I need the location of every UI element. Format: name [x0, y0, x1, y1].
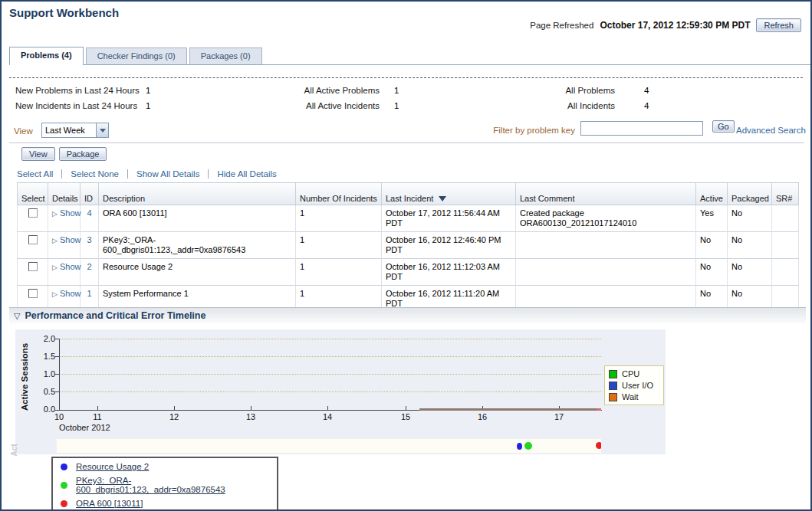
show-details-link[interactable]: Show: [60, 289, 81, 298]
y-tick-label: 1.0: [32, 369, 55, 378]
overview-marker-dot-green[interactable]: [524, 442, 532, 450]
problem-legend-box: Resource Usage 2 PKey3:_ORA-600_dbgris01…: [51, 457, 278, 511]
gridline: [61, 391, 601, 392]
x-tick-mark: [251, 406, 251, 410]
last-incident-cell: October 16, 2012 11:12:03 AM PDT: [382, 259, 516, 286]
expand-arrow-icon[interactable]: ▷: [52, 290, 58, 298]
col-header-active[interactable]: Active: [696, 183, 728, 205]
problem-link-resource-usage[interactable]: Resource Usage 2: [76, 462, 149, 471]
x-tick-label: 12: [165, 412, 183, 421]
row-checkbox[interactable]: [28, 262, 38, 271]
col-header-sr[interactable]: SR#: [772, 183, 799, 205]
col-header-id[interactable]: ID: [81, 183, 99, 205]
table-header-row: Select Details ID Description Number Of …: [17, 182, 799, 205]
tab-checker-findings[interactable]: Checker Findings (0): [86, 47, 187, 64]
col-header-last-incident[interactable]: Last Incident: [382, 183, 516, 205]
package-button[interactable]: Package: [59, 147, 107, 161]
page-title: Support Workbench: [9, 6, 119, 19]
active-flag: No: [696, 232, 728, 259]
table-row: ▷Show 4 ORA 600 [13011] 1 October 17, 20…: [17, 205, 799, 232]
stat-all-incidents-value: 4: [644, 101, 649, 110]
incident-count: 1: [296, 259, 382, 286]
stat-active-incidents-value: 1: [394, 101, 399, 110]
y-tick-mark: [55, 356, 59, 357]
col-header-select[interactable]: Select: [17, 183, 48, 205]
col-header-last-comment[interactable]: Last Comment: [516, 183, 696, 205]
refresh-button[interactable]: Refresh: [756, 18, 801, 32]
timeline-overview-strip[interactable]: [57, 439, 601, 453]
col-header-description[interactable]: Description: [99, 183, 296, 205]
stat-active-incidents-label: All Active Incidents: [224, 101, 380, 110]
row-checkbox[interactable]: [28, 235, 38, 244]
view-button[interactable]: View: [21, 147, 55, 161]
problem-id-link[interactable]: 1: [87, 289, 91, 298]
x-tick-label: 15: [396, 412, 415, 421]
row-checkbox[interactable]: [28, 289, 38, 298]
problem-id-link[interactable]: 3: [87, 235, 91, 244]
overview-marker-dot-red[interactable]: [596, 442, 601, 449]
stat-new-incidents-label: New Incidents in Last 24 Hours: [15, 101, 137, 110]
x-tick-mark: [406, 406, 406, 410]
show-all-details-link[interactable]: Show All Details: [127, 169, 199, 179]
x-axis-title: October 2012: [59, 423, 110, 432]
user-io-swatch: [609, 382, 617, 390]
go-button[interactable]: Go: [712, 120, 735, 133]
col-header-packaged[interactable]: Packaged: [728, 183, 772, 205]
problem-key-filter-input[interactable]: [580, 121, 703, 136]
y-tick-label: 0.5: [32, 387, 55, 396]
x-tick-label: 10: [50, 412, 68, 421]
overview-marker-dot-blue[interactable]: [517, 443, 522, 450]
expand-arrow-icon[interactable]: ▷: [52, 237, 58, 244]
view-label: View: [14, 126, 33, 136]
gridline: [61, 339, 601, 339]
gridline: [61, 374, 601, 375]
problem-id-link[interactable]: 2: [87, 262, 91, 271]
stat-new-problems-value: 1: [146, 86, 150, 95]
problem-link-ora-600-13011[interactable]: ORA 600 [13011]: [76, 499, 143, 508]
expand-arrow-icon[interactable]: ▷: [52, 210, 58, 218]
select-all-link[interactable]: Select All: [17, 169, 53, 179]
row-checkbox[interactable]: [28, 208, 38, 218]
collapse-triangle-icon[interactable]: ▽: [14, 311, 20, 321]
tab-bar: Problems (4) Checker Findings (0) Packag…: [9, 44, 810, 65]
select-none-link[interactable]: Select None: [61, 169, 119, 179]
x-tick-label: 17: [550, 412, 568, 421]
timeline-section-title: Performance and Critical Error Timeline: [25, 310, 205, 321]
advanced-search-link[interactable]: Advanced Search: [736, 126, 806, 135]
hide-all-details-link[interactable]: Hide All Details: [208, 169, 276, 179]
legend-item-user-io: User I/O: [609, 381, 659, 390]
stat-active-problems-value: 1: [394, 86, 399, 95]
show-details-link[interactable]: Show: [60, 262, 81, 271]
view-select-value: Last Week: [42, 126, 96, 135]
tab-packages[interactable]: Packages (0): [189, 47, 262, 64]
y-tick-mark: [55, 410, 59, 411]
sr-number: [772, 205, 799, 232]
y-tick-mark: [55, 391, 59, 392]
dropdown-arrow-icon[interactable]: [96, 123, 108, 137]
expand-arrow-icon[interactable]: ▷: [52, 264, 58, 271]
blue-marker-dot: [61, 464, 67, 470]
legend-label: Wait: [622, 392, 639, 401]
stat-new-problems-label: New Problems in Last 24 Hours: [15, 86, 140, 95]
show-details-link[interactable]: Show: [60, 235, 81, 244]
timeline-section-header[interactable]: ▽ Performance and Critical Error Timelin…: [9, 307, 806, 323]
problem-id-link[interactable]: 4: [87, 208, 91, 218]
x-tick-mark: [174, 406, 175, 410]
problem-legend-row: Resource Usage 2: [53, 460, 277, 473]
incident-count: 1: [296, 205, 382, 232]
sort-descending-icon[interactable]: [439, 196, 446, 201]
tab-problems[interactable]: Problems (4): [9, 47, 84, 65]
view-select[interactable]: Last Week: [41, 123, 109, 138]
legend-label: CPU: [622, 369, 639, 378]
col-header-number-of-incidents[interactable]: Number Of Incidents: [296, 183, 382, 205]
problem-link-pkey3-ora-600[interactable]: PKey3:_ORA-600_dbgris01:123,_addr=0xa987…: [76, 476, 269, 494]
y-axis-title: Active Sessions: [20, 335, 29, 419]
page-refreshed-label: Page Refreshed: [530, 21, 593, 30]
show-details-link[interactable]: Show: [60, 208, 81, 218]
col-header-details[interactable]: Details: [48, 183, 81, 205]
legend-item-wait: Wait: [609, 392, 659, 401]
active-flag: Yes: [696, 205, 728, 232]
active-sessions-series-line: [419, 408, 601, 411]
support-workbench-page: Support Workbench Page Refreshed October…: [0, 0, 812, 511]
x-tick-label: 14: [318, 412, 337, 421]
